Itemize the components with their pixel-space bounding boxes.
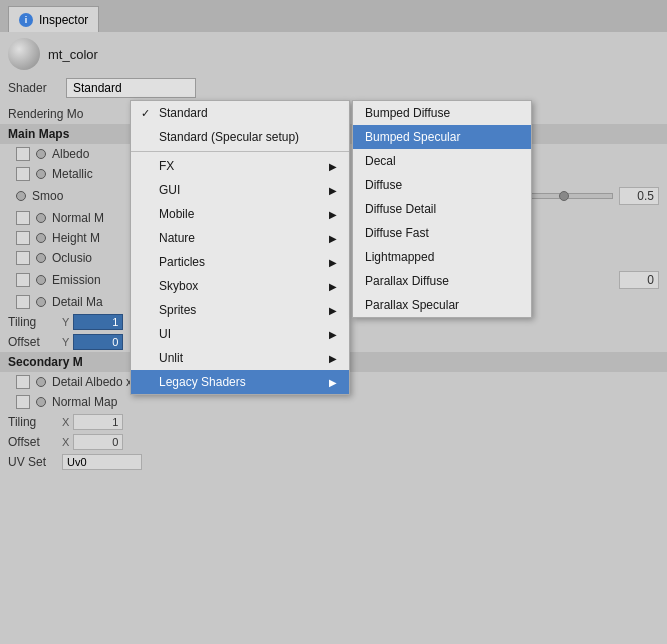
secondary-normal-icon: [36, 397, 46, 407]
rendering-mode-label: Rendering Mo: [8, 107, 83, 121]
submenu-arrow-icon: ▶: [329, 353, 337, 364]
submenu-arrow-icon: ▶: [329, 161, 337, 172]
emission-value: 0: [619, 271, 659, 289]
submenu-item-diffuse[interactable]: Diffuse: [353, 173, 531, 197]
submenu-item-diffuse-fast[interactable]: Diffuse Fast: [353, 221, 531, 245]
submenu-item-lightmapped[interactable]: Lightmapped: [353, 245, 531, 269]
emission-icon: [36, 275, 46, 285]
offset-label: Offset: [8, 335, 58, 349]
menu-item-sprites[interactable]: Sprites▶: [131, 298, 349, 322]
smoothness-thumb: [559, 191, 569, 201]
submenu-arrow-icon: ▶: [329, 257, 337, 268]
menu-divider: [131, 151, 349, 152]
tiling-y-input[interactable]: [73, 314, 123, 330]
secondary-offset-x[interactable]: [73, 434, 123, 450]
submenu-item-bumped-diffuse[interactable]: Bumped Diffuse: [353, 101, 531, 125]
menu-item-ui[interactable]: UI▶: [131, 322, 349, 346]
tiling-label: Tiling: [8, 315, 58, 329]
inspector-icon: i: [19, 13, 33, 27]
material-sphere: [8, 38, 40, 70]
submenu-arrow-icon: ▶: [329, 305, 337, 316]
header-row: mt_color: [0, 32, 667, 76]
menu-item-particles[interactable]: Particles▶: [131, 250, 349, 274]
occlusion-icon: [36, 253, 46, 263]
legacy-shaders-submenu: Bumped DiffuseBumped SpecularDecalDiffus…: [352, 100, 532, 318]
detail-albedo-icon: [36, 377, 46, 387]
submenu-arrow-icon: ▶: [329, 185, 337, 196]
secondary-normal-row: Normal Map: [0, 392, 667, 412]
uvset-row: UV Set Uv0: [0, 452, 667, 472]
submenu-arrow-icon: ▶: [329, 329, 337, 340]
secondary-tiling-row: Tiling X: [0, 412, 667, 432]
smoothness-icon: [16, 191, 26, 201]
menu-item-mobile[interactable]: Mobile▶: [131, 202, 349, 226]
detail-checkbox[interactable]: [16, 295, 30, 309]
albedo-checkbox[interactable]: [16, 147, 30, 161]
menu-item-unlit[interactable]: Unlit▶: [131, 346, 349, 370]
submenu-item-decal[interactable]: Decal: [353, 149, 531, 173]
normal-icon: [36, 213, 46, 223]
uvset-dropdown[interactable]: Uv0: [62, 454, 142, 470]
metallic-icon: [36, 169, 46, 179]
tab-label: Inspector: [39, 13, 88, 27]
offset-y-input[interactable]: [73, 334, 123, 350]
secondary-tiling-label: Tiling: [8, 415, 58, 429]
submenu-item-parallax-diffuse[interactable]: Parallax Diffuse: [353, 269, 531, 293]
submenu-arrow-icon: ▶: [329, 377, 337, 388]
smoothness-value: 0.5: [619, 187, 659, 205]
metallic-checkbox[interactable]: [16, 167, 30, 181]
submenu-arrow-icon: ▶: [329, 233, 337, 244]
emission-checkbox[interactable]: [16, 273, 30, 287]
menu-item-nature[interactable]: Nature▶: [131, 226, 349, 250]
inspector-tab[interactable]: i Inspector: [8, 6, 99, 32]
menu-item-fx[interactable]: FX▶: [131, 154, 349, 178]
shader-dropdown[interactable]: Standard: [66, 78, 196, 98]
detail-albedo-checkbox[interactable]: [16, 375, 30, 389]
tab-bar: i Inspector: [0, 0, 667, 32]
inspector-panel: mt_color Shader Standard Rendering Mo Ma…: [0, 32, 667, 644]
submenu-item-bumped-specular[interactable]: Bumped Specular: [353, 125, 531, 149]
material-name: mt_color: [48, 47, 98, 62]
albedo-icon: [36, 149, 46, 159]
detail-icon: [36, 297, 46, 307]
menu-item-legacy-shaders[interactable]: Legacy Shaders▶: [131, 370, 349, 394]
submenu-item-diffuse-detail[interactable]: Diffuse Detail: [353, 197, 531, 221]
menu-item-gui[interactable]: GUI▶: [131, 178, 349, 202]
menu-item-skybox[interactable]: Skybox▶: [131, 274, 349, 298]
uvset-label: UV Set: [8, 455, 58, 469]
height-icon: [36, 233, 46, 243]
occlusion-checkbox[interactable]: [16, 251, 30, 265]
secondary-normal-label: Normal Map: [52, 395, 659, 409]
menu-item-standard[interactable]: Standard: [131, 101, 349, 125]
height-checkbox[interactable]: [16, 231, 30, 245]
menu-item-standard-(specular-setup)[interactable]: Standard (Specular setup): [131, 125, 349, 149]
submenu-item-parallax-specular[interactable]: Parallax Specular: [353, 293, 531, 317]
submenu-arrow-icon: ▶: [329, 209, 337, 220]
shader-label: Shader: [8, 81, 58, 95]
normal-checkbox[interactable]: [16, 211, 30, 225]
secondary-offset-row: Offset X: [0, 432, 667, 452]
submenu-arrow-icon: ▶: [329, 281, 337, 292]
secondary-normal-checkbox[interactable]: [16, 395, 30, 409]
shader-dropdown-menu: StandardStandard (Specular setup)FX▶GUI▶…: [130, 100, 350, 395]
secondary-tiling-x[interactable]: [73, 414, 123, 430]
secondary-offset-label: Offset: [8, 435, 58, 449]
